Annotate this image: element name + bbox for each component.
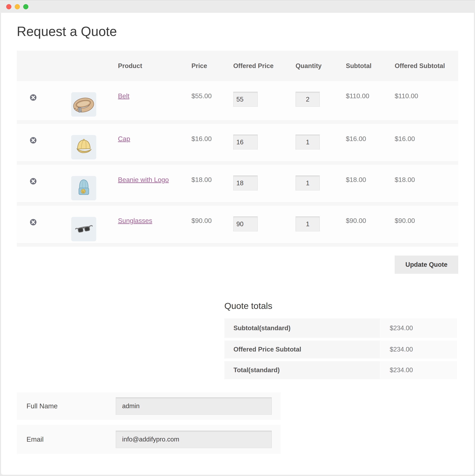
subtotal-text: $110.00 (346, 92, 369, 100)
minimize-window-button[interactable] (15, 4, 20, 9)
offered-price-input[interactable] (233, 176, 258, 190)
header-price: Price (191, 51, 233, 81)
product-link[interactable]: Cap (118, 135, 130, 143)
totals-value: $234.00 (380, 360, 457, 380)
header-offered-subtotal: Offered Subtotal (395, 51, 458, 81)
price-text: $16.00 (191, 135, 212, 143)
offered-price-input[interactable] (233, 92, 258, 107)
subtotal-text: $90.00 (346, 217, 366, 224)
quantity-input[interactable] (295, 217, 320, 231)
close-window-button[interactable] (6, 4, 11, 9)
totals-label: Offered Price Subtotal (224, 339, 380, 360)
quote-totals-title: Quote totals (224, 300, 457, 312)
price-text: $18.00 (191, 176, 212, 184)
subtotal-text: $16.00 (346, 135, 366, 143)
sunglasses-product-image[interactable] (71, 217, 96, 241)
header-subtotal: Subtotal (346, 51, 395, 81)
window-controls (6, 4, 28, 9)
full-name-label: Full Name (17, 402, 116, 410)
product-link[interactable]: Beanie with Logo (118, 176, 169, 184)
product-link[interactable]: Belt (118, 92, 129, 100)
belt-product-image[interactable] (71, 92, 96, 117)
totals-row: Subtotal(standard) $234.00 (224, 318, 457, 339)
totals-value: $234.00 (380, 339, 457, 360)
quantity-input[interactable] (295, 92, 320, 107)
price-text: $90.00 (191, 217, 212, 224)
quote-totals-section: Quote totals Subtotal(standard) $234.00 … (224, 300, 457, 382)
table-row: Sunglasses $90.00 $90.00 $90.00 (17, 204, 458, 245)
offered-subtotal-text: $18.00 (395, 176, 415, 184)
remove-item-button[interactable] (30, 178, 37, 185)
quantity-input[interactable] (295, 176, 320, 190)
update-quote-button[interactable]: Update Quote (395, 255, 458, 274)
offered-subtotal-text: $90.00 (395, 217, 415, 224)
full-name-field-row: Full Name (17, 392, 281, 420)
remove-item-button[interactable] (30, 219, 37, 225)
table-actions: Update Quote (17, 255, 458, 274)
beanie-product-image[interactable] (71, 176, 96, 200)
offered-subtotal-text: $16.00 (395, 135, 415, 143)
table-row: Cap $16.00 $16.00 $16.00 (17, 122, 458, 163)
circle-x-icon (30, 182, 37, 185)
email-label: Email (17, 436, 116, 443)
header-remove (17, 51, 71, 81)
zoom-window-button[interactable] (23, 4, 28, 9)
email-field-row: Email (17, 425, 281, 454)
page-title: Request a Quote (17, 24, 458, 39)
totals-value: $234.00 (380, 318, 457, 339)
product-link[interactable]: Sunglasses (118, 217, 152, 224)
offered-subtotal-text: $110.00 (395, 92, 418, 100)
header-product: Product (118, 51, 191, 81)
remove-item-button[interactable] (30, 137, 37, 143)
offered-price-input[interactable] (233, 135, 258, 150)
header-thumbnail (71, 51, 118, 81)
totals-row: Total(standard) $234.00 (224, 360, 457, 380)
table-row: Beanie with Logo $18.00 $18.00 $18.00 (17, 163, 458, 204)
circle-x-icon (30, 98, 37, 101)
table-row: Belt $55.00 $110.00 $110.00 (17, 81, 458, 122)
page-content: Request a Quote Product Price Offered Pr… (1, 13, 474, 475)
quote-items-table: Product Price Offered Price Quantity Sub… (17, 51, 458, 247)
cap-product-image[interactable] (71, 135, 96, 159)
circle-x-icon (30, 223, 37, 226)
circle-x-icon (30, 141, 37, 144)
window-titlebar (0, 0, 475, 13)
totals-label: Subtotal(standard) (224, 318, 380, 339)
header-offered-price: Offered Price (233, 51, 295, 81)
totals-label: Total(standard) (224, 360, 380, 380)
remove-item-button[interactable] (30, 94, 37, 101)
table-header-row: Product Price Offered Price Quantity Sub… (17, 51, 458, 81)
quantity-input[interactable] (295, 135, 320, 150)
subtotal-text: $18.00 (346, 176, 366, 184)
totals-row: Offered Price Subtotal $234.00 (224, 339, 457, 360)
full-name-input[interactable] (116, 397, 272, 415)
header-quantity: Quantity (295, 51, 346, 81)
price-text: $55.00 (191, 92, 212, 100)
quote-totals-table: Subtotal(standard) $234.00 Offered Price… (224, 318, 457, 382)
offered-price-input[interactable] (233, 217, 258, 231)
email-input[interactable] (116, 431, 272, 448)
